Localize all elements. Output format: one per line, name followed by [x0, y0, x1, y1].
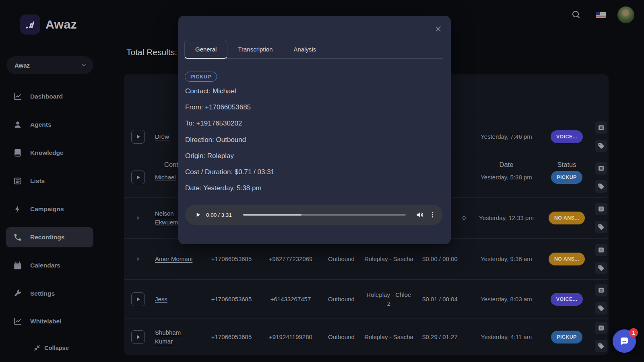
- status-badge: NO ANS...: [549, 253, 585, 265]
- status-badge: PICKUP: [551, 171, 582, 184]
- tag-icon: [598, 142, 605, 149]
- contact-link[interactable]: Shubham Kumar: [155, 319, 194, 355]
- sidebar-item-label: Calendars: [30, 262, 60, 269]
- player-menu-icon[interactable]: [429, 211, 436, 218]
- details-button[interactable]: [595, 244, 607, 256]
- detail-contact: Contact: Michael: [185, 83, 439, 99]
- cost-duration: $0.01 / 00:04: [414, 280, 466, 319]
- workspace-selector[interactable]: Awaz: [6, 56, 93, 74]
- chat-button[interactable]: 1: [613, 329, 636, 353]
- tag-button[interactable]: [595, 340, 607, 352]
- close-icon[interactable]: [433, 24, 444, 34]
- play-button[interactable]: [131, 330, 145, 344]
- origin: Roleplay - Sascha: [364, 239, 413, 279]
- chevron-down-icon: [80, 62, 87, 68]
- details-button[interactable]: [595, 203, 607, 215]
- origin: Roleplay - Sascha: [364, 319, 413, 355]
- player-seekbar[interactable]: [243, 214, 406, 216]
- avatar[interactable]: [617, 6, 634, 23]
- person-icon: [13, 120, 22, 129]
- tag-button[interactable]: [595, 221, 607, 233]
- table-row: Amer Momani +17066053685 +962777232069 O…: [124, 238, 609, 279]
- call-details: Contact: Michael From: +17066053685 To: …: [185, 83, 439, 196]
- contact-link[interactable]: Jess: [155, 280, 194, 319]
- tab-analysis[interactable]: Analysis: [283, 40, 327, 58]
- sidebar-item-label: Whitelabel: [30, 318, 62, 325]
- call-date: Yesterday, 9:36 am: [473, 239, 540, 279]
- play-icon: [135, 134, 141, 140]
- play-button[interactable]: [131, 292, 145, 306]
- details-button[interactable]: [595, 284, 607, 296]
- detail-direction: Direction: Outbound: [185, 132, 439, 148]
- call-date: Yesterday, 4:11 am: [473, 319, 540, 355]
- play-button[interactable]: [131, 252, 145, 266]
- play-button[interactable]: [131, 130, 145, 144]
- tab-general[interactable]: General: [184, 40, 227, 59]
- to-number: +61433267457: [258, 280, 323, 319]
- tag-button[interactable]: [595, 262, 607, 274]
- collapse-label: Collapse: [44, 345, 68, 351]
- cost-duration: $0.29 / 01:27: [414, 319, 466, 355]
- awaz-logo-icon: [20, 14, 40, 35]
- sidebar-item-settings[interactable]: Settings: [6, 284, 93, 304]
- details-button[interactable]: [595, 322, 607, 334]
- player-time: 0:00 / 3:31: [206, 212, 235, 218]
- from-number: +17066053685: [199, 239, 264, 279]
- sidebar-item-knowledge[interactable]: Knowledge: [6, 143, 93, 163]
- sidebar-item-label: Dashboard: [30, 93, 63, 100]
- origin: Roleplay - Chloe 2: [364, 280, 413, 319]
- collapse-button[interactable]: Collapse: [0, 342, 103, 354]
- recording-details-modal: General Transcription Analysis PICKUP Co…: [178, 16, 451, 244]
- table-row: Shubham Kumar +17066053685 +919241199280…: [124, 319, 609, 355]
- contact-link[interactable]: Amer Momani: [155, 239, 194, 279]
- sidebar-item-label: Knowledge: [30, 149, 64, 156]
- tag-button[interactable]: [595, 140, 607, 152]
- sidebar-item-label: Recordings: [30, 234, 64, 241]
- calendar-icon: [13, 261, 22, 270]
- play-icon: [135, 215, 141, 221]
- call-date: Yesterday, 12:33 pm: [473, 197, 540, 238]
- tab-transcription[interactable]: Transcription: [227, 40, 283, 58]
- pickup-badge: PICKUP: [185, 72, 217, 82]
- total-results: Total Results: 6: [126, 47, 184, 57]
- sidebar-item-label: Agents: [30, 121, 52, 128]
- volume-icon[interactable]: [415, 210, 424, 219]
- tag-icon: [598, 224, 605, 230]
- details-icon: [598, 165, 605, 172]
- status-badge: NO ANS...: [549, 212, 585, 224]
- sidebar-item-whitelabel[interactable]: Whitelabel: [6, 311, 93, 331]
- details-button[interactable]: [595, 121, 607, 134]
- detail-origin: Origin: Roleplay: [185, 148, 439, 164]
- logo-text: Awaz: [45, 18, 77, 31]
- sidebar-item-agents[interactable]: Agents: [6, 115, 93, 135]
- detail-cost-duration: Cost / Duration: $0.71 / 03:31: [185, 164, 439, 180]
- sidebar-item-label: Campaigns: [30, 206, 64, 213]
- player-play-icon[interactable]: [195, 212, 201, 218]
- play-button[interactable]: [131, 171, 145, 184]
- detail-from: From: +17066053685: [185, 99, 439, 115]
- play-icon: [135, 256, 141, 262]
- line-chart-icon: [13, 317, 22, 326]
- tag-icon: [598, 305, 605, 312]
- to-number: +962777232069: [258, 239, 323, 279]
- sidebar-item-calendars[interactable]: Calendars: [6, 255, 93, 276]
- search-icon[interactable]: [571, 10, 581, 19]
- sidebar-item-dashboard[interactable]: Dashboard: [6, 86, 93, 107]
- details-button[interactable]: [595, 162, 607, 175]
- tag-button[interactable]: [595, 302, 607, 315]
- us-flag-icon[interactable]: [596, 12, 606, 18]
- status-badge: VOICE...: [551, 130, 583, 143]
- details-icon: [598, 247, 605, 253]
- sidebar-item-recordings[interactable]: Recordings: [6, 227, 93, 247]
- phone-icon: [13, 233, 22, 242]
- book-icon: [13, 148, 22, 157]
- sidebar-item-campaigns[interactable]: Campaigns: [6, 199, 93, 219]
- status-badge: VOICE...: [551, 293, 583, 306]
- direction: Outbound: [321, 280, 361, 319]
- play-button[interactable]: [131, 211, 145, 225]
- tag-button[interactable]: [595, 180, 607, 193]
- from-number: +17066053685: [199, 280, 264, 319]
- audio-player[interactable]: 0:00 / 3:31: [185, 205, 443, 225]
- sidebar-item-lists[interactable]: Lists: [6, 171, 93, 191]
- details-icon: [598, 287, 605, 294]
